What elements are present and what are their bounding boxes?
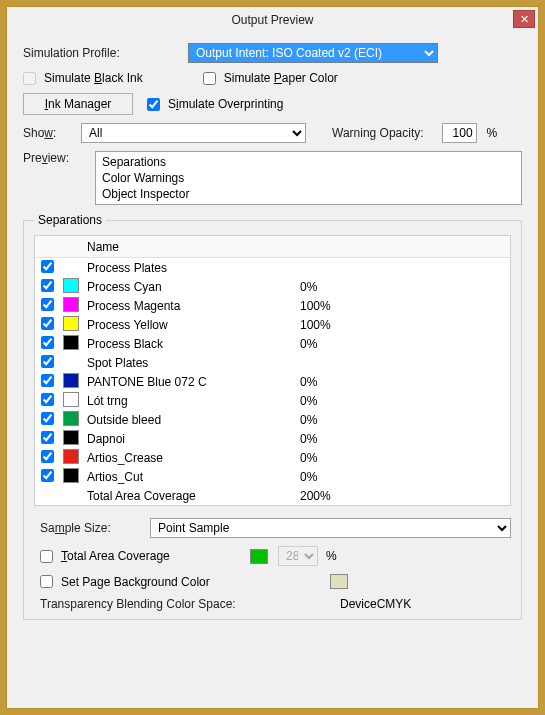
separation-row[interactable]: PANTONE Blue 072 C0% — [35, 372, 510, 391]
separation-value: 100% — [300, 318, 400, 332]
separation-row[interactable]: Outside bleed0% — [35, 410, 510, 429]
set-bg-color-input[interactable] — [40, 575, 53, 588]
transparency-space-label: Transparency Blending Color Space: — [40, 597, 340, 611]
separation-checkbox[interactable] — [41, 260, 54, 273]
separation-checkbox[interactable] — [41, 412, 54, 425]
tac-swatch — [250, 549, 268, 564]
separation-value: 0% — [300, 280, 400, 294]
show-select[interactable]: All — [81, 123, 306, 143]
separation-value: 0% — [300, 451, 400, 465]
separation-row[interactable]: Process Yellow100% — [35, 315, 510, 334]
separation-name: Spot Plates — [85, 356, 300, 370]
warning-opacity-input[interactable] — [442, 123, 477, 143]
separation-row[interactable]: Artios_Crease0% — [35, 448, 510, 467]
separation-name: Process Magenta — [85, 299, 300, 313]
preview-item-color-warnings[interactable]: Color Warnings — [102, 170, 515, 186]
bg-color-swatch[interactable] — [330, 574, 348, 589]
simulate-paper-color-label: Simulate Paper Color — [224, 71, 338, 85]
color-swatch — [63, 335, 79, 350]
simulate-black-ink-checkbox[interactable]: Simulate Black Ink — [23, 71, 143, 85]
color-swatch — [63, 449, 79, 464]
color-swatch — [63, 411, 79, 426]
separation-value: 0% — [300, 413, 400, 427]
separation-checkbox[interactable] — [41, 336, 54, 349]
separation-checkbox[interactable] — [41, 450, 54, 463]
separation-name: Dapnoi — [85, 432, 300, 446]
simulation-profile-label: Simulation Profile: — [23, 46, 188, 60]
separation-checkbox[interactable] — [41, 355, 54, 368]
separation-row[interactable]: Spot Plates — [35, 353, 510, 372]
warning-opacity-pct: % — [487, 126, 498, 140]
simulate-overprinting-input[interactable] — [147, 98, 160, 111]
preview-item-separations[interactable]: Separations — [102, 154, 515, 170]
simulate-overprinting-checkbox[interactable]: Simulate Overprinting — [147, 97, 283, 111]
separation-value: 100% — [300, 299, 400, 313]
separation-row[interactable]: Process Black0% — [35, 334, 510, 353]
simulate-paper-color-input[interactable] — [203, 72, 216, 85]
separation-checkbox[interactable] — [41, 298, 54, 311]
transparency-space-value: DeviceCMYK — [340, 597, 411, 611]
color-swatch — [63, 373, 79, 388]
simulate-black-ink-input[interactable] — [23, 72, 36, 85]
close-icon: ✕ — [520, 13, 529, 26]
separations-group: Separations Name Process PlatesProcess C… — [23, 213, 522, 620]
separation-value: 0% — [300, 432, 400, 446]
separation-row[interactable]: Dapnoi0% — [35, 429, 510, 448]
tac-pct: % — [326, 549, 337, 563]
separations-legend: Separations — [34, 213, 106, 227]
separation-checkbox[interactable] — [41, 279, 54, 292]
separation-row[interactable]: Total Area Coverage200% — [35, 486, 510, 505]
separation-value: 0% — [300, 337, 400, 351]
output-preview-window: Output Preview ✕ Simulation Profile: Out… — [6, 6, 539, 709]
separation-checkbox[interactable] — [41, 393, 54, 406]
separations-body: Process PlatesProcess Cyan0%Process Mage… — [35, 258, 510, 505]
color-swatch — [63, 468, 79, 483]
separation-name: Process Plates — [85, 261, 300, 275]
color-swatch — [63, 297, 79, 312]
sample-size-select[interactable]: Point Sample — [150, 518, 511, 538]
tac-threshold-select[interactable]: 280 — [278, 546, 318, 566]
total-area-coverage-checkbox[interactable]: Total Area Coverage — [40, 549, 250, 563]
separation-name: Artios_Crease — [85, 451, 300, 465]
simulate-black-ink-label: Simulate Black Ink — [44, 71, 143, 85]
preview-listbox[interactable]: Separations Color Warnings Object Inspec… — [95, 151, 522, 205]
separation-value: 0% — [300, 470, 400, 484]
ink-manager-button[interactable]: Ink Manager — [23, 93, 133, 115]
separation-row[interactable]: Process Magenta100% — [35, 296, 510, 315]
col-name-header: Name — [85, 240, 300, 254]
preview-item-object-inspector[interactable]: Object Inspector — [102, 186, 515, 202]
separation-value: 0% — [300, 375, 400, 389]
separation-name: Artios_Cut — [85, 470, 300, 484]
separation-row[interactable]: Process Cyan0% — [35, 277, 510, 296]
color-swatch — [63, 278, 79, 293]
separation-name: Lót trng — [85, 394, 300, 408]
sample-size-label: Sample Size: — [40, 521, 150, 535]
separation-checkbox[interactable] — [41, 431, 54, 444]
separation-name: Total Area Coverage — [85, 489, 300, 503]
set-bg-color-label: Set Page Background Color — [61, 575, 210, 589]
warning-opacity-label: Warning Opacity: — [332, 126, 424, 140]
separation-name: PANTONE Blue 072 C — [85, 375, 300, 389]
separation-name: Process Cyan — [85, 280, 300, 294]
simulation-profile-select[interactable]: Output Intent: ISO Coated v2 (ECI) — [188, 43, 438, 63]
separation-row[interactable]: Lót trng0% — [35, 391, 510, 410]
total-area-coverage-input[interactable] — [40, 550, 53, 563]
simulate-paper-color-checkbox[interactable]: Simulate Paper Color — [203, 71, 338, 85]
separation-checkbox[interactable] — [41, 317, 54, 330]
set-bg-color-checkbox[interactable]: Set Page Background Color — [40, 575, 330, 589]
preview-label: Preview: — [23, 151, 95, 165]
separations-header: Name — [35, 236, 510, 258]
separation-checkbox[interactable] — [41, 469, 54, 482]
content-area: Simulation Profile: Output Intent: ISO C… — [7, 33, 538, 708]
separation-value: 200% — [300, 489, 400, 503]
close-button[interactable]: ✕ — [513, 10, 535, 28]
titlebar: Output Preview ✕ — [7, 7, 538, 33]
separation-value: 0% — [300, 394, 400, 408]
separation-row[interactable]: Artios_Cut0% — [35, 467, 510, 486]
window-title: Output Preview — [231, 13, 313, 27]
color-swatch — [63, 430, 79, 445]
color-swatch — [63, 392, 79, 407]
separation-row[interactable]: Process Plates — [35, 258, 510, 277]
separation-name: Process Black — [85, 337, 300, 351]
separation-checkbox[interactable] — [41, 374, 54, 387]
